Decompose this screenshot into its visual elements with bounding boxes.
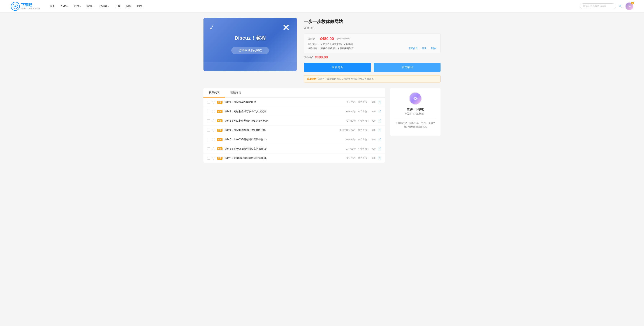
video-price-2: ¥20 (372, 110, 376, 113)
video-item-3[interactable]: VIP 课时3：网站制作基础HTML标签性代码 43分40秒 本节售价： ¥20… (204, 116, 385, 126)
video-title-2: 课时2：网站制作推荐软件工具浏览器 (225, 110, 344, 113)
video-item-4[interactable]: VIP 课时4：网站制作基础HTML属性代码 1小时12分04秒 本节售价： ¥… (204, 126, 385, 135)
video-duration-6: 27分31秒 (346, 147, 356, 151)
vip-tag-6: VIP (217, 148, 222, 150)
video-price-label-5: 本节售价： (358, 138, 370, 141)
video-price-5: ¥20 (372, 138, 376, 141)
action-links: 取消推送 | 编辑 | 删除 (408, 47, 437, 50)
video-item-2[interactable]: VIP 课时2：网站制作推荐软件工具浏览器 19分22秒 本节售价： ¥20 📄 (204, 107, 385, 116)
logo-text: 下载吧 随心学习 分享 互助专区 (21, 2, 40, 10)
video-doc-icon-3[interactable]: 📄 (378, 119, 381, 123)
delete-link[interactable]: 删除 (430, 47, 437, 50)
video-radio-6[interactable] (212, 148, 215, 150)
backend-dropdown-icon: ▾ (80, 5, 81, 7)
tip-label: 特别提示： (308, 42, 320, 46)
header: 下载吧 随心学习 分享 互助专区 首页 CMS ▾ 后端 ▾ 前端 ▾ 移动端 … (0, 0, 644, 12)
tab-video-detail[interactable]: 视频详情 (225, 88, 246, 98)
nav-item-cms[interactable]: CMS ▾ (58, 3, 70, 9)
video-duration-1: 7分29秒 (347, 101, 356, 104)
svg-point-1 (14, 5, 16, 7)
video-doc-icon-4[interactable]: 📄 (378, 128, 381, 132)
cancel-push-link[interactable]: 取消推送 (408, 47, 419, 50)
search-icon[interactable]: 🔍 (619, 4, 622, 8)
warning-label: 温馨提醒 (307, 77, 316, 81)
nav-item-download[interactable]: 下载 (113, 3, 122, 9)
header-right: 请输入您要查找的内容 🔍 CE V (580, 2, 633, 10)
course-hero: ✓ ✕ Discuz！教程 仿58同城系列课程 一步一步教你做网站 课时 39 … (204, 18, 440, 82)
video-doc-icon-5[interactable]: 📄 (378, 138, 381, 141)
divider-1: | (420, 47, 420, 50)
video-checkbox-2[interactable] (207, 110, 210, 113)
vip-tag-3: VIP (217, 119, 222, 122)
bundle-label: 套餐特价 (304, 56, 314, 59)
video-title-5: 课时5：div+CSS编写网页实例操作(1) (225, 138, 344, 141)
video-price-label-7: 本节售价： (358, 157, 370, 160)
video-radio-1[interactable] (212, 101, 215, 104)
nav-item-frontend[interactable]: 前端 ▾ (84, 3, 96, 9)
nav-item-team[interactable]: 团队 (135, 3, 145, 9)
main-nav: 首页 CMS ▾ 后端 ▾ 前端 ▾ 移动端 ▾ 下载 问答 团队 (48, 3, 145, 9)
thumbnail-badge: 仿58同城系列课程 (231, 47, 269, 54)
nav-item-home[interactable]: 首页 (48, 3, 57, 9)
video-duration-7: 22分25秒 (346, 157, 356, 160)
latest-update-button[interactable]: 最新更新 (304, 63, 371, 72)
avatar-wrap: CE V (625, 2, 633, 10)
video-price-label-6: 本节售价： (358, 147, 370, 151)
video-radio-5[interactable] (212, 138, 215, 141)
video-checkbox-6[interactable] (207, 148, 210, 150)
instructor-desc: 下载吧社区 - 站长分享、学习、互助平台、独家原创视频教程 (394, 118, 436, 132)
mobile-dropdown-icon: ▾ (108, 5, 109, 7)
price-original: 原价¥780.00 (337, 37, 350, 40)
video-checkbox-1[interactable] (207, 101, 210, 104)
video-price-label-4: 本节售价： (358, 129, 370, 132)
video-doc-icon-6[interactable]: 📄 (378, 147, 381, 151)
vip-tag-4: VIP (217, 129, 222, 132)
video-checkbox-3[interactable] (207, 119, 210, 122)
video-radio-3[interactable] (212, 119, 215, 122)
content-section: 视频列表 视频详情 VIP 课时1：网站构架及网站路径 7分29秒 本节售价： … (204, 88, 440, 163)
video-item-5[interactable]: VIP 课时5：div+CSS编写网页实例操作(1) 28分26秒 本节售价： … (204, 135, 385, 144)
video-item-1[interactable]: VIP 课时1：网站构架及网站路径 7分29秒 本节售价： ¥20 📄 (204, 98, 385, 107)
vip-tag-1: VIP (217, 101, 222, 104)
search-box[interactable]: 请输入您要查找的内容 (580, 3, 616, 9)
nav-item-qa[interactable]: 问答 (124, 3, 134, 9)
video-doc-icon-2[interactable]: 📄 (378, 110, 381, 113)
frontend-dropdown-icon: ▾ (93, 5, 94, 7)
video-item-7[interactable]: VIP 课时7：div+CSS编写网页实例操作(3) 22分25秒 本节售价： … (204, 154, 385, 163)
video-title-6: 课时6：div+CSS编写网页实例操作(2) (225, 147, 344, 151)
warning-row: 温馨提醒 请通过下载吧官网购买，否则将无法获得后期答疑服务！ (304, 75, 440, 82)
video-duration-5: 28分26秒 (346, 138, 356, 141)
video-radio-4[interactable] (212, 129, 215, 132)
video-item-6[interactable]: VIP 课时6：div+CSS编写网页实例操作(2) 27分31秒 本节售价： … (204, 144, 385, 154)
instructor-avatar (409, 92, 422, 105)
nav-item-mobile[interactable]: 移动端 ▾ (97, 3, 111, 9)
sidebar: 主讲：下载吧 欢迎学习我的视频！ 下载吧社区 - 站长分享、学习、互助平台、独家… (390, 88, 440, 163)
video-radio-2[interactable] (212, 110, 215, 113)
video-doc-icon-1[interactable]: 📄 (378, 100, 381, 104)
nav-item-backend[interactable]: 后端 ▾ (72, 3, 83, 9)
video-price-label-3: 本节售价： (358, 119, 370, 123)
video-doc-icon-7[interactable]: 📄 (378, 156, 381, 160)
btn-group: 最新更新 依次学习 (304, 63, 440, 72)
thumbnail-title: Discuz！教程 (234, 35, 266, 41)
video-checkbox-4[interactable] (207, 129, 210, 132)
study-button[interactable]: 依次学习 (374, 63, 440, 72)
video-checkbox-5[interactable] (207, 138, 210, 141)
bundle-row: 套餐特价 ¥480.00 (304, 55, 440, 59)
video-checkbox-7[interactable] (207, 157, 210, 160)
tip-content: VIP用户可以免费学习全套视频 (321, 42, 353, 46)
guide-content: 购买全套视频比单节购买更划算 (321, 47, 354, 50)
price-current: ¥480.00 (320, 36, 334, 41)
edit-link[interactable]: 编辑 (421, 47, 428, 50)
logo[interactable]: 下载吧 随心学习 分享 互助专区 (11, 2, 40, 11)
price-box: 优惠价 ¥480.00 原价¥780.00 特别提示： VIP用户可以免费学习全… (304, 33, 440, 53)
tab-video-list[interactable]: 视频列表 (204, 88, 225, 98)
logo-icon (11, 2, 20, 11)
instructor-welcome: 欢迎学习我的视频！ (405, 112, 426, 115)
warning-content: 请通过下载吧官网购买，否则将无法获得后期答疑服务！ (318, 77, 376, 81)
vip-tag-7: VIP (217, 157, 222, 160)
video-radio-7[interactable] (212, 157, 215, 160)
guide-label: 温馨指南： (308, 47, 320, 50)
instructor-card: 主讲：下载吧 欢迎学习我的视频！ 下载吧社区 - 站长分享、学习、互助平台、独家… (390, 88, 440, 136)
thumbnail-bottom-bar (204, 62, 297, 71)
